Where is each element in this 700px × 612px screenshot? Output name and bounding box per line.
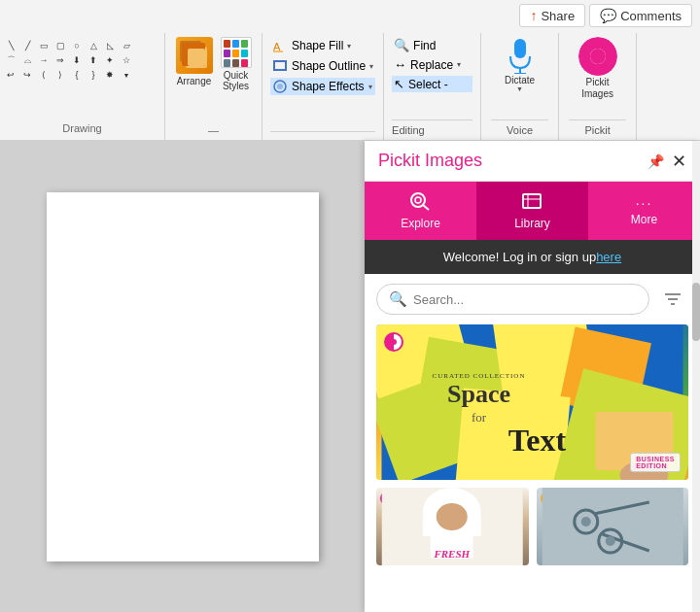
dictate-button[interactable]: Dictate ▼ — [502, 37, 539, 92]
slide-canvas[interactable] — [47, 192, 319, 561]
round-rect-icon[interactable]: ▢ — [53, 39, 67, 52]
svg-rect-4 — [274, 61, 286, 70]
image-grid: CURATED COLLECTION Space for Text BUSINE… — [365, 324, 700, 612]
shape-outline-label: Shape Outline — [292, 59, 366, 73]
find-item[interactable]: 🔍 Find — [392, 37, 472, 53]
panel-title: Pickit Images — [378, 151, 482, 171]
tab-more[interactable]: ··· More — [588, 182, 700, 240]
find-label: Find — [413, 39, 436, 52]
quick-styles-icon[interactable] — [221, 37, 252, 68]
ribbon-group-editing: 🔍 Find ↔ Replace ▾ ↖ Select - Editing — [384, 33, 481, 140]
svg-point-41 — [437, 503, 468, 530]
search-area: 🔍 — [365, 274, 700, 324]
pickit-group-label: Pickit — [569, 119, 626, 136]
parallelogram-icon[interactable]: ▱ — [120, 39, 133, 52]
shape-2-8-icon[interactable]: ☆ — [120, 53, 133, 67]
panel-pin-button[interactable]: 📌 — [648, 153, 664, 169]
shape-3-6-icon[interactable]: } — [87, 68, 100, 82]
oval-icon[interactable]: ○ — [70, 39, 84, 52]
shape-3-1-icon[interactable]: ↩ — [4, 68, 18, 82]
shape-2-7-icon[interactable]: ✦ — [103, 53, 117, 67]
shape-outline-item[interactable]: Shape Outline ▾ — [270, 57, 375, 75]
search-input[interactable] — [413, 292, 637, 307]
shape-effects-item[interactable]: Shape Effects ▾ — [270, 78, 375, 95]
tab-library-label: Library — [514, 217, 550, 230]
svg-line-14 — [423, 205, 429, 210]
quick-styles-label2: Styles — [223, 81, 249, 91]
voice-group-label: Voice — [491, 119, 548, 136]
tab-explore[interactable]: Explore — [365, 182, 476, 240]
panel-scrollbar[interactable] — [692, 141, 700, 612]
shape-3-2-icon[interactable]: ↪ — [20, 68, 34, 82]
shape-3-5-icon[interactable]: { — [70, 68, 84, 82]
shape-dropdown-icon[interactable]: ▼ — [120, 68, 133, 82]
shape-2-1-icon[interactable]: ⌒ — [4, 53, 18, 67]
explore-icon — [409, 191, 433, 214]
line-shape-icon[interactable]: ╲ — [4, 39, 18, 52]
shape-3-7-icon[interactable]: ✸ — [103, 68, 117, 82]
library-icon — [521, 191, 544, 214]
svg-rect-15 — [523, 194, 541, 208]
arrange-icon-area: Arrange — [176, 37, 252, 91]
diagonal-line-icon[interactable]: ╱ — [20, 39, 34, 52]
tab-more-label: More — [631, 213, 657, 226]
image-thumb-scissors[interactable]: ● — [537, 488, 689, 565]
svg-text:Space: Space — [447, 380, 510, 408]
filter-button[interactable] — [657, 284, 688, 315]
featured-image[interactable]: CURATED COLLECTION Space for Text BUSINE… — [376, 324, 688, 480]
comments-label: Comments — [620, 9, 682, 23]
shape-outline-arrow[interactable]: ▾ — [369, 62, 373, 71]
panel-header-actions: 📌 ✕ — [648, 153, 686, 170]
ribbon-group-voice: Dictate ▼ Voice — [481, 33, 559, 140]
shape-3-4-icon[interactable]: ⟩ — [53, 68, 67, 82]
dictate-arrow[interactable]: ▼ — [516, 85, 523, 92]
featured-pickit-watermark — [384, 332, 403, 352]
svg-point-13 — [415, 197, 421, 203]
shape-2-5-icon[interactable]: ⬇ — [70, 53, 84, 67]
pickit-images-button[interactable]: PickitImages — [578, 37, 617, 100]
share-button[interactable]: ↑ Share — [519, 4, 585, 27]
pickit-images-label: PickitImages — [581, 77, 613, 100]
arrange-icon[interactable] — [176, 37, 213, 74]
replace-arrow[interactable]: ▾ — [457, 60, 461, 69]
shape-fill-icon: A — [272, 38, 288, 53]
shape-2-2-icon[interactable]: ⌓ — [20, 53, 34, 67]
welcome-link[interactable]: here — [596, 250, 621, 264]
tab-library[interactable]: Library — [476, 182, 588, 240]
panel-close-button[interactable]: ✕ — [672, 153, 686, 170]
svg-point-12 — [411, 193, 425, 207]
replace-item[interactable]: ↔ Replace ▾ — [392, 56, 472, 73]
shape-fill-item[interactable]: A Shape Fill ▾ — [270, 37, 375, 54]
rt-triangle-icon[interactable]: ◺ — [103, 39, 117, 52]
find-icon: 🔍 — [394, 38, 409, 52]
rect-shape-icon[interactable]: ▭ — [37, 39, 51, 52]
quick-styles-label[interactable]: Quick — [224, 70, 249, 81]
comment-icon: 💬 — [600, 8, 616, 23]
replace-label: Replace — [410, 58, 453, 72]
shape-palette: ╲ ╱ ▭ ▢ ○ △ ◺ ▱ ⌒ ⌓ → ⇒ ⬇ ⬆ ✦ ☆ ↩ ↪ ⟨ — [4, 39, 160, 82]
shape-2-4-icon[interactable]: ⇒ — [53, 53, 67, 67]
comments-button[interactable]: 💬 Comments — [589, 4, 692, 27]
shape-2-3-icon[interactable]: → — [37, 53, 51, 67]
shape-effects-arrow[interactable]: ▾ — [368, 83, 372, 91]
ribbon-group-drawing: ╲ ╱ ▭ ▢ ○ △ ◺ ▱ ⌒ ⌓ → ⇒ ⬇ ⬆ ✦ ☆ ↩ ↪ ⟨ — [0, 33, 165, 140]
drawing-group-label: Drawing — [4, 119, 160, 134]
arrange-label[interactable]: Arrange — [177, 76, 212, 86]
microphone-svg — [507, 37, 534, 74]
shape-2-6-icon[interactable]: ⬆ — [87, 53, 100, 67]
dictate-icon — [502, 37, 539, 74]
shape-3-3-icon[interactable]: ⟨ — [37, 68, 51, 82]
shape-fill-arrow[interactable]: ▾ — [347, 42, 351, 51]
search-icon: 🔍 — [389, 290, 407, 308]
slide-area — [0, 141, 365, 612]
pickit-logo-icon — [578, 37, 617, 76]
select-item[interactable]: ↖ Select - — [392, 76, 472, 92]
svg-text:for: for — [472, 410, 487, 425]
chef-svg: FRESH — [376, 488, 529, 565]
search-box: 🔍 — [376, 284, 649, 315]
triangle-icon[interactable]: △ — [87, 39, 100, 52]
panel-scrollbar-thumb[interactable] — [692, 283, 700, 341]
image-thumb-chef[interactable]: ● FRESH — [376, 488, 529, 565]
ribbon-group-arrange: Arrange — [165, 33, 262, 140]
svg-rect-3 — [273, 51, 283, 52]
